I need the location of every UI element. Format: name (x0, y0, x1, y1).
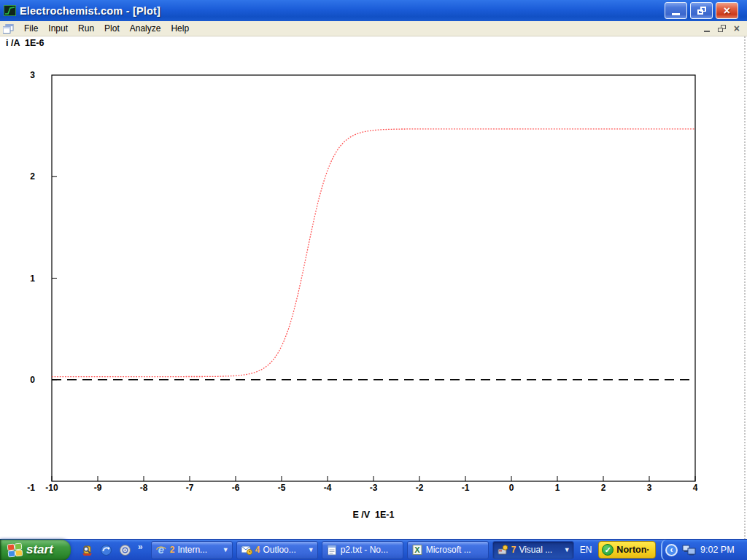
internet-explorer-icon: e (155, 544, 167, 556)
norton-badge[interactable]: ✓ Norton· (598, 541, 656, 559)
y-axis-title: i /A 1E-6 (6, 38, 44, 48)
excel-icon: X (411, 544, 423, 556)
x-tick-label: -4 (324, 483, 332, 493)
mdi-restore-icon[interactable] (718, 25, 726, 32)
x-tick-label: 1 (555, 483, 560, 493)
taskbar-button-excel[interactable]: XMicrosoft ... (407, 541, 489, 559)
window-edge-divider (744, 36, 746, 539)
quick-launch-overflow-chevron[interactable]: » (138, 542, 143, 552)
taskbar-button-label: Microsoft ... (426, 545, 471, 555)
group-count: 4 (255, 545, 260, 555)
mdi-window-controls: × (704, 24, 747, 33)
menu-help[interactable]: Help (166, 22, 194, 35)
x-tick-label: 3 (647, 483, 652, 493)
plot-frame (52, 75, 695, 481)
task-buttons: e2Intern...▼4Outloo...▼p2.txt - No...XMi… (151, 541, 574, 559)
menu-bar: FileInputRunPlotAnalyzeHelp × (0, 21, 747, 36)
menu-file[interactable]: File (19, 22, 43, 35)
group-dropdown-arrow-icon[interactable]: ▼ (222, 546, 229, 553)
x-tick-label: -10 (45, 483, 58, 493)
taskbar-button-internet-explorer[interactable]: e2Intern...▼ (151, 541, 233, 559)
x-tick-label: -5 (278, 483, 286, 493)
search-app-icon[interactable] (81, 544, 93, 556)
group-count: 2 (170, 545, 175, 555)
language-indicator[interactable]: EN (574, 545, 599, 555)
group-dropdown-arrow-icon[interactable]: ▼ (308, 546, 314, 553)
menu-analyze[interactable]: Analyze (125, 22, 166, 35)
taskbar-button-label: p2.txt - No... (341, 545, 388, 555)
menu-run[interactable]: Run (73, 22, 99, 35)
quick-launch-bar: » (71, 544, 149, 556)
taskbar-button-visual-studio[interactable]: 7Visual ...▼ (492, 541, 574, 559)
y-tick-label: 1 (30, 273, 35, 284)
start-button[interactable]: start (0, 540, 71, 560)
y-tick-label: 0 (30, 375, 35, 385)
x-tick-label: -7 (186, 483, 194, 493)
taskbar-button-label: Visual ... (519, 545, 552, 555)
system-tray: ‹ 9:02 PM (661, 540, 747, 560)
taskbar-button-notepad[interactable]: p2.txt - No... (322, 541, 403, 559)
outlook-icon (241, 544, 252, 556)
restore-button[interactable] (690, 2, 713, 19)
x-tick-label: -6 (232, 483, 240, 493)
norton-label: Norton· (616, 545, 649, 555)
mdi-child-icon[interactable] (3, 24, 14, 34)
window-title: Electrochemist.com - [Plot] (20, 5, 160, 17)
taskbar-button-outlook[interactable]: 4Outloo...▼ (236, 541, 318, 559)
notepad-icon (326, 544, 338, 556)
mdi-close-icon[interactable]: × (734, 24, 740, 33)
menu-input[interactable]: Input (43, 22, 73, 35)
svg-text:e: e (158, 544, 164, 556)
norton-check-icon: ✓ (602, 544, 614, 556)
minimize-icon (672, 13, 680, 15)
taskbar: start » e2Intern...▼4Outloo...▼p2.txt - … (0, 539, 747, 560)
network-icon[interactable] (682, 545, 696, 556)
messenger-app-icon[interactable] (100, 544, 112, 556)
media-player-app-icon[interactable] (119, 544, 131, 556)
mdi-minimize-icon[interactable] (704, 31, 710, 32)
x-axis-title: E /V 1E-1 (52, 510, 695, 520)
restore-icon (697, 7, 706, 15)
visual-studio-icon (497, 544, 508, 556)
y-tick-label: 2 (30, 171, 35, 182)
y-tick-label: -1 (27, 483, 35, 493)
y-tick-label: 3 (30, 70, 35, 80)
app-icon (4, 5, 16, 16)
minimize-button[interactable] (665, 2, 687, 19)
x-tick-label: 0 (509, 483, 514, 493)
clock: 9:02 PM (700, 545, 735, 555)
x-tick-label: -1 (462, 483, 470, 493)
menu-items: FileInputRunPlotAnalyzeHelp (19, 22, 194, 35)
voltammogram-curve (52, 129, 695, 377)
x-tick-label: -2 (416, 483, 424, 493)
taskbar-button-label: Intern... (177, 545, 207, 555)
group-dropdown-arrow-icon[interactable]: ▼ (564, 546, 570, 553)
svg-text:X: X (414, 545, 420, 554)
close-button[interactable]: × (716, 2, 738, 19)
close-icon: × (724, 5, 730, 17)
menu-plot[interactable]: Plot (99, 22, 125, 35)
x-tick-label: -9 (94, 483, 102, 493)
x-tick-label: -8 (140, 483, 148, 493)
taskbar-button-label: Outloo... (263, 545, 295, 555)
group-count: 7 (511, 545, 516, 555)
tray-collapse-chevron-icon[interactable]: ‹ (665, 544, 678, 556)
x-tick-label: 2 (601, 483, 606, 493)
x-tick-label: 4 (693, 483, 698, 493)
start-label: start (26, 542, 59, 557)
plot-client-area: i /A 1E-6 -10-9-8-7-6-5-4-3-2-1012343210… (0, 36, 747, 539)
title-bar: Electrochemist.com - [Plot] × (0, 0, 747, 21)
plot-canvas: -10-9-8-7-6-5-4-3-2-1012343210-1 (0, 36, 747, 539)
windows-logo-icon (7, 542, 23, 557)
x-tick-label: -3 (370, 483, 378, 493)
